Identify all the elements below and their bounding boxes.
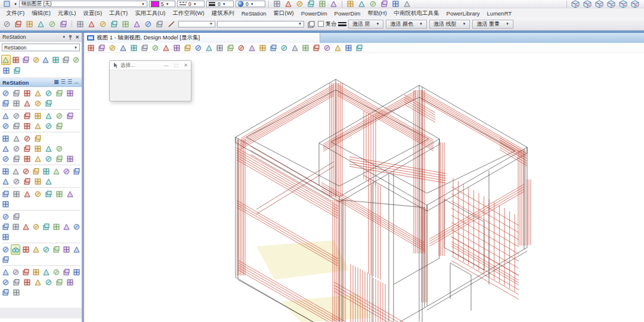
task-icon[interactable] [11,55,21,65]
tool-icon[interactable] [33,88,43,98]
tool-icon[interactable] [1,212,11,222]
task-icon[interactable] [71,55,80,65]
tool-icon[interactable] [33,177,43,187]
tool-icon[interactable] [33,189,43,199]
tool-icon[interactable] [11,267,20,277]
view-control-icon[interactable] [236,43,246,53]
pin-icon[interactable] [68,35,73,40]
tool-icon[interactable] [51,244,61,255]
tool-icon[interactable] [109,19,119,29]
view-control-icon[interactable] [279,43,289,53]
active-attr-button-3[interactable]: 激活 重量▼ [472,20,513,29]
tool-icon[interactable] [1,287,11,298]
view-control-icon[interactable] [322,43,332,53]
tool-icon[interactable] [21,166,30,177]
tool-icon[interactable] [75,19,85,29]
tool-icon[interactable] [1,232,11,242]
view-control-icon[interactable] [204,43,214,53]
tool-icon[interactable] [51,166,61,177]
chevron-down-icon[interactable]: ▼ [62,35,66,39]
view-control-icon[interactable] [118,43,128,53]
task-icon[interactable] [21,55,31,65]
tool-icon[interactable] [11,134,21,144]
tool-icon[interactable] [154,19,165,29]
task-icon[interactable] [41,55,51,65]
tool-icon[interactable] [61,244,71,255]
tool-icon[interactable] [22,144,32,154]
view-control-icon[interactable] [215,43,225,53]
tool-icon[interactable] [44,277,54,287]
tool-icon[interactable] [11,144,21,154]
tool-icon[interactable] [22,111,32,121]
tool-icon[interactable] [1,199,11,209]
tool-icon[interactable] [65,277,75,287]
tool-icon[interactable] [54,88,64,98]
active-attr-button-1[interactable]: 激活 颜色▼ [386,20,426,29]
line-style-combo[interactable]: 0 ▼ [177,1,205,7]
tool-icon[interactable] [1,88,11,98]
tool-icon[interactable] [65,111,75,121]
menu-item-12[interactable]: 帮助(H) [364,9,390,18]
tool-icon[interactable] [65,154,75,164]
tool-icon[interactable] [13,19,23,29]
tool-icon[interactable] [36,19,46,29]
tool-icon[interactable] [65,88,75,98]
view-control-icon[interactable] [268,43,278,53]
tool-icon[interactable] [61,267,71,277]
menu-item-6[interactable]: 工作空间(W) [169,9,208,18]
drawing-canvas[interactable]: 选择... —▢✕ [84,53,644,322]
style-combo[interactable]: ▼ [178,21,215,27]
task-section-header[interactable]: ReStation ▦ ☰ ☰ ︿ [0,78,82,87]
tool-icon[interactable] [1,134,11,144]
tool-icon[interactable] [1,277,11,287]
tool-icon[interactable] [272,0,282,9]
grid-view-icon[interactable]: ▦ [54,79,59,86]
view-control-icon[interactable] [107,43,117,53]
menu-item-5[interactable]: 实用工具(U) [131,9,169,18]
tool-icon[interactable] [41,267,51,277]
tool-icon[interactable] [1,255,11,265]
menu-item-7[interactable]: 建筑系列 [208,9,238,18]
chevron-down-icon[interactable]: ▼ [14,2,17,6]
element-selection-icon[interactable] [1,55,11,65]
view-control-icon[interactable] [182,43,193,53]
tool-icon[interactable] [1,166,10,177]
tool-icon[interactable] [61,222,71,232]
pen-icon[interactable] [166,19,177,29]
tool-icon[interactable] [11,166,20,177]
tool-icon[interactable] [21,222,30,232]
tool-icon[interactable] [22,154,32,164]
close-icon[interactable]: ✕ [184,63,188,68]
tool-icon[interactable] [31,166,41,177]
tool-icon[interactable] [41,166,51,177]
menu-item-8[interactable]: ReStation [238,10,270,17]
tool-icon[interactable] [44,144,54,154]
tool-icon[interactable] [11,277,21,287]
menu-item-13[interactable]: 中南院机电工具集 [391,9,443,18]
tool-icon[interactable] [11,98,21,109]
menu-item-1[interactable]: 编辑(E) [28,9,54,18]
task-combo[interactable]: ReStation ▼ [2,44,80,51]
view-control-icon[interactable] [225,43,236,53]
tool-icon[interactable] [357,0,367,9]
tool-icon[interactable] [41,222,51,232]
tool-icon[interactable] [11,154,21,164]
view-control-icon[interactable] [333,43,343,53]
active-attr-button-0[interactable]: 激活 层▼ [348,20,383,29]
minimize-icon[interactable]: — [164,63,169,68]
tool-icon[interactable] [21,267,30,277]
tool-icon[interactable] [33,144,43,154]
tool-icon[interactable] [11,121,21,131]
tool-icon[interactable] [44,177,54,187]
menu-item-10[interactable]: PowerDim [298,10,331,17]
tool-icon[interactable] [33,134,43,144]
tool-icon[interactable] [143,19,153,29]
tool-icon[interactable] [44,154,54,164]
view-control-icon[interactable] [354,43,364,53]
dialog-titlebar[interactable]: 选择... —▢✕ [110,61,191,70]
saved-view-cube-icon[interactable] [606,0,616,9]
view-control-icon[interactable] [150,43,160,53]
menu-item-4[interactable]: 工具(T) [106,9,131,18]
tool-icon[interactable] [98,19,108,29]
tool-icon[interactable] [391,0,401,9]
